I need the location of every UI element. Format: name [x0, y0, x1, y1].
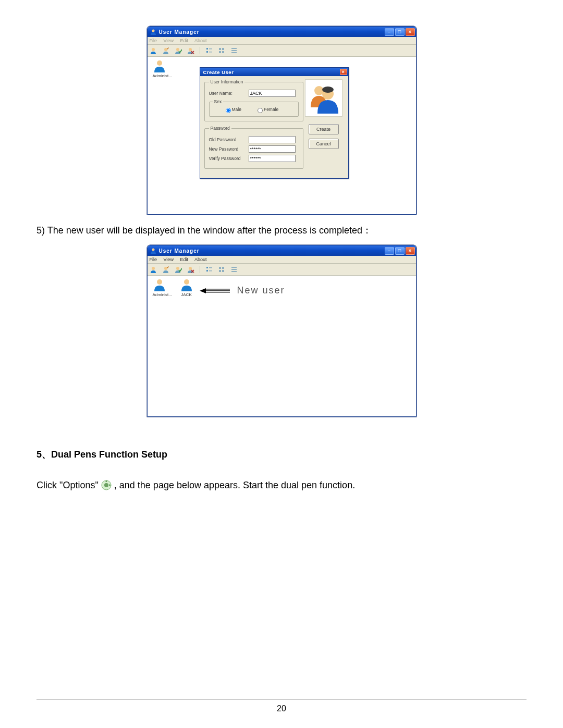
cancel-button[interactable]: Cancel [309, 139, 339, 149]
client-area: Administ... JACK [148, 276, 416, 416]
label-new-password: New Password [209, 146, 246, 152]
svg-point-3 [176, 48, 179, 51]
svg-point-22 [164, 267, 167, 270]
create-user-dialog: Create User × User Information User Name… [200, 67, 349, 179]
toolbar-grid-icon[interactable] [217, 46, 226, 55]
radio-male-wrap[interactable]: Male [223, 106, 241, 113]
toolbar-user-icon[interactable] [149, 265, 158, 274]
new-user-annotation: New user [200, 285, 285, 296]
radio-male[interactable] [226, 108, 231, 113]
toolbar-delete-user-icon[interactable] [186, 46, 195, 55]
toolbar-user-icon[interactable] [149, 46, 158, 55]
svg-rect-32 [222, 270, 224, 272]
avatar-preview [305, 79, 342, 117]
toolbar-edit-user-icon[interactable] [161, 265, 170, 274]
svg-rect-12 [222, 51, 224, 53]
svg-point-4 [189, 48, 192, 51]
legend-sex: Sex [213, 99, 224, 104]
footer-rule [36, 699, 527, 699]
label-old-password: Old Password [209, 137, 246, 142]
user-label: Administ... [153, 73, 172, 78]
toolbar-list-icon[interactable] [204, 265, 214, 274]
menubar: File View Edit About [148, 37, 416, 45]
svg-rect-11 [219, 51, 221, 53]
svg-rect-13 [231, 48, 237, 49]
label-verify-password: Verify Password [209, 156, 246, 161]
menu-file[interactable]: File [150, 257, 157, 262]
user-item-administrator[interactable]: Administ... [153, 59, 172, 78]
toolbar-check-user-icon[interactable] [174, 46, 183, 55]
user-item-administrator[interactable]: Administ... [153, 278, 172, 297]
toolbar [148, 45, 416, 57]
text-segment-a: Click "Options" [36, 480, 99, 490]
titlebar[interactable]: User Manager – □ × [148, 245, 416, 256]
svg-rect-31 [219, 270, 221, 272]
svg-rect-8 [209, 52, 212, 53]
menu-about[interactable]: About [194, 38, 207, 43]
options-icon [99, 478, 114, 492]
svg-rect-34 [231, 269, 237, 270]
toolbar-list-icon[interactable] [204, 46, 214, 55]
user-label: Administ... [153, 292, 172, 297]
svg-rect-35 [231, 271, 237, 272]
svg-point-0 [152, 30, 154, 32]
svg-point-37 [184, 279, 189, 285]
menu-view[interactable]: View [164, 257, 174, 262]
svg-rect-15 [231, 52, 237, 53]
dialog-close-button[interactable]: × [340, 69, 347, 75]
window-title: User Manager [159, 248, 385, 254]
titlebar[interactable]: User Manager – □ × [148, 27, 416, 37]
heading-dual-pens: 5、Dual Pens Function Setup [36, 448, 527, 461]
toolbar-detail-icon[interactable] [229, 265, 239, 274]
menu-edit[interactable]: Edit [180, 38, 188, 43]
toolbar [148, 264, 416, 276]
maximize-button[interactable]: □ [395, 28, 405, 36]
user-manager-window-1: User Manager – □ × File View Edit About [147, 26, 417, 215]
toolbar-edit-user-icon[interactable] [161, 46, 170, 55]
verify-password-field[interactable] [249, 155, 296, 162]
close-button[interactable]: × [406, 28, 415, 36]
menu-file[interactable]: File [150, 38, 157, 43]
options-paragraph: Click "Options" , and the page below app… [36, 478, 527, 492]
svg-point-20 [152, 249, 154, 251]
toolbar-check-user-icon[interactable] [174, 265, 183, 274]
window-title: User Manager [159, 29, 385, 35]
svg-rect-29 [219, 267, 221, 269]
figure-2: User Manager – □ × File View Edit About [36, 245, 527, 417]
new-password-field[interactable] [249, 145, 296, 153]
annotation-label: New user [237, 285, 285, 296]
svg-rect-14 [231, 50, 237, 51]
svg-rect-26 [206, 270, 208, 272]
svg-point-19 [322, 87, 334, 93]
app-icon [150, 247, 157, 254]
menu-about[interactable]: About [194, 257, 207, 262]
svg-point-21 [152, 267, 155, 270]
menu-edit[interactable]: Edit [180, 257, 188, 262]
maximize-button[interactable]: □ [395, 247, 405, 255]
svg-rect-5 [206, 48, 208, 50]
toolbar-detail-icon[interactable] [229, 46, 239, 55]
svg-rect-28 [209, 270, 212, 272]
create-button[interactable]: Create [309, 124, 339, 134]
dialog-titlebar[interactable]: Create User × [200, 68, 348, 76]
radio-female[interactable] [258, 108, 263, 113]
old-password-field[interactable] [249, 136, 296, 143]
minimize-button[interactable]: – [385, 28, 394, 36]
svg-point-16 [157, 60, 162, 66]
svg-rect-7 [209, 48, 212, 50]
username-field[interactable] [249, 90, 296, 97]
user-item-jack[interactable]: JACK [180, 278, 193, 297]
menu-view[interactable]: View [164, 38, 174, 43]
text-segment-b: , and the page below appears. Start the … [114, 480, 355, 490]
minimize-button[interactable]: – [385, 247, 394, 255]
legend-password: Password [209, 126, 231, 131]
toolbar-delete-user-icon[interactable] [186, 265, 195, 274]
svg-marker-40 [200, 288, 206, 293]
radio-female-wrap[interactable]: Female [255, 106, 278, 113]
svg-point-36 [157, 279, 162, 285]
menubar: File View Edit About [148, 256, 416, 264]
svg-rect-10 [222, 48, 224, 50]
toolbar-grid-icon[interactable] [217, 265, 226, 274]
close-button[interactable]: × [406, 247, 415, 255]
svg-point-2 [164, 48, 167, 51]
